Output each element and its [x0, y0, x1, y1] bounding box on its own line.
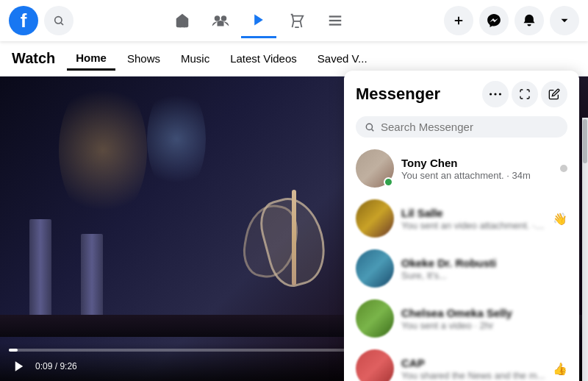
messenger-btn[interactable] [479, 6, 509, 35]
avatar-wrap [356, 199, 394, 238]
conv-preview: You sent a video · 2hr [401, 320, 560, 331]
messenger-search-bar[interactable] [356, 116, 567, 138]
conv-preview: Sure, It's... [401, 270, 560, 281]
create-btn[interactable] [444, 6, 473, 35]
scrollbar[interactable] [582, 118, 588, 381]
nav-home-btn[interactable] [165, 3, 200, 38]
messenger-header-icons [482, 81, 567, 107]
conv-name: CAP [401, 357, 545, 369]
online-indicator [384, 177, 393, 187]
svg-point-2 [215, 15, 220, 21]
nav-right [444, 6, 579, 35]
top-navigation: f [0, 0, 588, 41]
svg-point-3 [221, 15, 227, 21]
conv-info: Lil Salle You sent an video attachment. … [401, 207, 545, 231]
conv-name: Lil Salle [401, 207, 545, 219]
conversation-item[interactable]: CAP You shared the News and the m... 👍 [347, 343, 576, 381]
watch-label: Watch [12, 50, 55, 67]
light-spot-center [147, 84, 206, 194]
nav-marketplace-btn[interactable] [279, 3, 315, 38]
messenger-expand-btn[interactable] [512, 81, 538, 107]
svg-point-14 [366, 124, 372, 129]
svg-marker-4 [254, 14, 263, 25]
conversation-item[interactable]: Okeke Dr. Robusti Sure, It's... [347, 243, 576, 293]
svg-marker-10 [15, 361, 24, 371]
nav-friends-btn[interactable] [203, 3, 238, 38]
messenger-options-btn[interactable] [482, 81, 509, 107]
conv-name: Tony Chen [401, 157, 553, 169]
svg-point-13 [499, 93, 501, 95]
banner-ribbon [292, 190, 296, 285]
search-icon [365, 122, 375, 132]
messenger-search-input[interactable] [381, 121, 559, 133]
main-content: 0:09 / 9:26 Messenger [0, 76, 588, 381]
avatar-wrap [356, 249, 394, 288]
sec-nav-latest[interactable]: Latest Videos [221, 48, 306, 69]
avatar [356, 349, 394, 381]
avatar-wrap [356, 149, 394, 188]
conversation-list: Tony Chen You sent an attachment. · 34m … [344, 143, 579, 381]
nav-menu-btn[interactable] [318, 3, 353, 38]
conversation-item[interactable]: Tony Chen You sent an attachment. · 34m [347, 143, 576, 193]
nav-center [74, 3, 444, 38]
svg-point-0 [55, 17, 62, 24]
conv-meta: 👋 [553, 212, 567, 226]
conv-preview: You sent an video attachment. · 1hr [401, 220, 545, 231]
avatar-wrap [356, 299, 394, 338]
nav-watch-btn[interactable] [241, 3, 276, 38]
conv-info: Tony Chen You sent an attachment. · 34m [401, 157, 553, 181]
notifications-btn[interactable] [514, 6, 544, 35]
avatar [356, 199, 394, 238]
conv-info: Okeke Dr. Robusti Sure, It's... [401, 257, 560, 281]
svg-line-1 [61, 23, 63, 25]
play-button[interactable] [9, 356, 29, 377]
sec-nav-saved[interactable]: Saved V... [309, 48, 376, 69]
svg-point-11 [490, 93, 492, 95]
progress-fill [9, 349, 18, 352]
conv-name: Chelsea Omeka Selly [401, 307, 560, 319]
avatar [356, 299, 394, 338]
conversation-item[interactable]: Lil Salle You sent an video attachment. … [347, 193, 576, 243]
account-btn[interactable] [550, 6, 579, 35]
conv-emoji: 👋 [553, 212, 567, 226]
svg-point-12 [494, 93, 496, 95]
conv-status-dot [560, 165, 567, 172]
svg-line-15 [372, 129, 374, 131]
conv-name: Okeke Dr. Robusti [401, 257, 560, 269]
messenger-compose-btn[interactable] [541, 81, 567, 107]
conversation-item[interactable]: Chelsea Omeka Selly You sent a video · 2… [347, 293, 576, 343]
avatar [356, 249, 394, 288]
conv-meta: 👍 [553, 362, 567, 376]
conv-meta [560, 165, 567, 172]
scrollbar-thumb [583, 119, 587, 163]
time-display: 0:09 / 9:26 [35, 361, 77, 371]
conv-preview: You shared the News and the m... [401, 370, 545, 381]
conv-preview: You sent an attachment. · 34m [401, 170, 553, 181]
messenger-header: Messenger [344, 71, 579, 113]
conv-info: Chelsea Omeka Selly You sent a video · 2… [401, 307, 560, 331]
sec-nav-shows[interactable]: Shows [118, 48, 169, 69]
sec-nav-music[interactable]: Music [172, 48, 218, 69]
sec-nav-home[interactable]: Home [67, 47, 115, 71]
conv-emoji: 👍 [553, 362, 567, 376]
facebook-logo[interactable]: f [9, 6, 38, 35]
messenger-popup: Messenger [344, 71, 579, 381]
conv-info: CAP You shared the News and the m... [401, 357, 545, 381]
avatar-wrap [356, 349, 394, 381]
search-button[interactable] [44, 6, 74, 35]
messenger-title: Messenger [356, 85, 440, 104]
